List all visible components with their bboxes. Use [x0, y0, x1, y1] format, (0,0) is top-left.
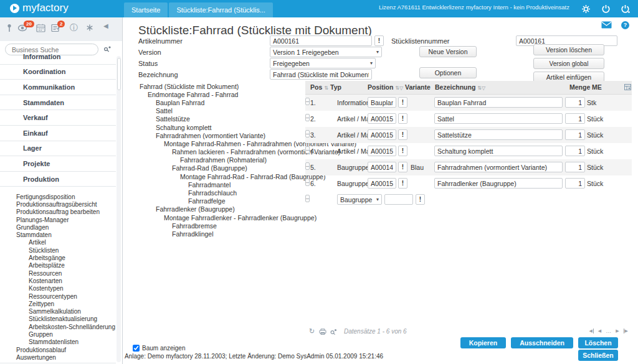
production-tree-item[interactable]: ▷ Ressourcentypen	[0, 292, 116, 300]
production-tree-item[interactable]: ▷ Kostentypen	[0, 285, 116, 292]
row-menge-input[interactable]	[565, 162, 585, 172]
production-tree-item[interactable]: ▷ Ressourcen	[0, 269, 116, 277]
bom-tree-node[interactable]: T Fahrrad-Rad (Baugruppe)	[133, 164, 303, 172]
row-menge-input[interactable]	[565, 113, 585, 124]
row-position-input[interactable]	[368, 97, 396, 108]
row-lookup-button[interactable]: !	[398, 146, 407, 156]
prev-page-icon[interactable]: ◀	[598, 329, 601, 334]
bom-tree-node[interactable]: T Rahmen lackieren - Fahrradrahmen (vorm…	[133, 148, 303, 156]
search-options-icon[interactable]	[103, 45, 112, 52]
row-menu-button[interactable]: –	[305, 179, 310, 186]
production-tree-item[interactable]: ▷ Arbeitsgänge	[0, 254, 116, 261]
row-menge-input[interactable]	[565, 129, 585, 140]
production-tree-item[interactable]: ▷ Produktionsablauf	[0, 346, 116, 353]
new-row-position-input[interactable]	[384, 194, 413, 205]
status-select[interactable]: Freigegeben	[270, 58, 376, 68]
print-icon[interactable]	[319, 329, 326, 335]
artikelnummer-lookup-button[interactable]: !	[374, 35, 384, 46]
col-pos[interactable]: Pos ⇅	[310, 83, 328, 91]
version-global-aktualisieren-button[interactable]: Version global aktualisieren	[533, 58, 604, 69]
logout-all-icon[interactable]	[621, 4, 631, 14]
production-tree-item[interactable]: ▷ Stammdaten	[0, 231, 116, 238]
scrollbar-thumb[interactable]	[117, 58, 121, 90]
row-position-input[interactable]	[368, 113, 396, 124]
row-position-input[interactable]	[368, 178, 396, 189]
row-menge-input[interactable]	[565, 178, 585, 189]
artikelnummer-input[interactable]	[270, 35, 372, 46]
row-menge-input[interactable]	[565, 97, 585, 108]
row-bezeichnung-input[interactable]	[434, 162, 563, 172]
sidebar-menu-item[interactable]: Projekte	[0, 156, 116, 172]
table-options-icon[interactable]	[624, 84, 631, 90]
sidebar-menu-item[interactable]: Lager	[0, 141, 116, 157]
next-page-icon[interactable]: ▶	[616, 329, 619, 334]
bom-tree-node[interactable]: T Montage Fahrrad-Rad - Fahrrad-Rad (Bau…	[133, 172, 303, 180]
production-tree-item[interactable]: ▷ Produktionsauftragsübersicht	[0, 200, 116, 208]
bom-tree-node[interactable]: T Sattelstütze	[133, 115, 303, 123]
row-position-input[interactable]	[368, 146, 396, 156]
production-tree-item[interactable]: ▷ Stücklistenaktualisierung	[0, 315, 116, 323]
optionen-button[interactable]: Optionen	[419, 67, 477, 78]
favorites-icon[interactable]	[86, 24, 93, 32]
baum-anzeigen-checkbox[interactable]	[133, 345, 140, 352]
tab[interactable]: Startseite	[124, 2, 168, 17]
bom-tree-node[interactable]: T Fahrradfelge	[133, 197, 303, 205]
bom-tree-node[interactable]: T Montage Fahrradlenker - Fahrradlenker …	[133, 213, 303, 222]
production-tree-item[interactable]: ▷ Gruppen	[0, 330, 116, 338]
production-tree-item[interactable]: ▷ Produktionsauftrag bearbeiten	[0, 208, 116, 216]
info-icon[interactable]: ⓘ	[70, 22, 78, 34]
ausschneiden-button[interactable]: Ausschneiden	[511, 337, 573, 348]
help-icon[interactable]: ?	[621, 21, 629, 29]
mail-icon[interactable]	[601, 21, 612, 29]
row-menu-button[interactable]: –	[305, 146, 310, 154]
bom-tree-node[interactable]: T Fahrradlenker (Baugruppe)	[133, 205, 303, 213]
logout-icon[interactable]	[601, 4, 611, 14]
new-row-lookup-button[interactable]: !	[416, 194, 425, 205]
sidebar-menu-item[interactable]: Produktion	[0, 172, 116, 187]
kopieren-button[interactable]: Kopieren	[460, 337, 507, 348]
production-tree-item[interactable]: ▷ Sammelkalkulation	[0, 307, 116, 315]
sidebar-menu-item[interactable]: Stammdaten	[0, 95, 116, 111]
col-typ[interactable]: Typ	[330, 83, 341, 91]
bom-tree-node[interactable]: T Endmontage Fahrrad - Fahrrad	[133, 90, 303, 98]
col-position[interactable]: Position ⇅▽	[368, 83, 403, 91]
row-lookup-button[interactable]: !	[398, 178, 407, 189]
sidebar-scrollbar[interactable]	[117, 56, 121, 362]
row-bezeichnung-input[interactable]	[434, 97, 563, 108]
row-bezeichnung-input[interactable]	[434, 146, 563, 156]
col-me[interactable]: ME	[592, 83, 602, 91]
sort-icon[interactable]: ⇅	[477, 85, 482, 91]
bom-tree-node[interactable]: T Sattel	[133, 107, 303, 115]
production-tree-item[interactable]: ▷ Zeittypen	[0, 300, 116, 307]
production-tree-item[interactable]: ▷ Arbeitsplätze	[0, 262, 116, 269]
sort-icon[interactable]: ⇅	[324, 85, 328, 91]
bom-tree-node[interactable]: T Montage Fahrrad-Rahmen - Fahrradrahmen…	[133, 139, 303, 147]
row-bezeichnung-input[interactable]	[434, 178, 563, 189]
neue-version-button[interactable]: Neue Version	[419, 46, 477, 57]
bom-tree-node[interactable]: T Fahrrad (Stückliste mit Dokument)	[133, 82, 303, 90]
row-bezeichnung-input[interactable]	[434, 113, 563, 124]
row-lookup-button[interactable]: !	[398, 113, 407, 124]
bom-tree-node[interactable]: T Fahrradrahmen (vormontiert Variante)	[133, 131, 303, 139]
production-tree-item[interactable]: ▷ Grundlagen	[0, 223, 116, 231]
col-bezeichnung[interactable]: Bezeichnung ⇅▽	[435, 83, 485, 91]
last-page-icon[interactable]: ▶	[624, 329, 628, 334]
myfactory-logo[interactable]: myfactory	[10, 2, 69, 14]
calendar-icon[interactable]	[36, 24, 45, 32]
row-menu-button[interactable]: –	[305, 195, 310, 202]
production-tree-item[interactable]: ▷ Artikel	[0, 239, 116, 246]
bom-tree-node[interactable]: T Fahrradbremse	[133, 222, 303, 230]
bom-tree-node[interactable]: T Fahrradrahmen (Rohmaterial)	[133, 156, 303, 164]
row-menge-input[interactable]	[565, 146, 585, 156]
row-position-input[interactable]	[368, 162, 396, 172]
row-menu-button[interactable]: –	[305, 130, 310, 138]
row-lookup-button[interactable]: !	[398, 162, 407, 172]
row-menu-button[interactable]: –	[305, 98, 310, 105]
version-select[interactable]: Version 1 Freigegeben	[270, 47, 382, 57]
production-tree-item[interactable]: ▷ Arbeitskosten-Schnelländerung	[0, 323, 116, 330]
bom-tree-node[interactable]: T Fahrradschlauch	[133, 189, 303, 197]
version-loeschen-button[interactable]: Version löschen	[533, 44, 604, 55]
row-lookup-button[interactable]: !	[398, 97, 407, 108]
bom-tree-node[interactable]: T Bauplan Fahrrad	[133, 98, 303, 106]
filter-icon[interactable]: ▽	[482, 85, 485, 91]
